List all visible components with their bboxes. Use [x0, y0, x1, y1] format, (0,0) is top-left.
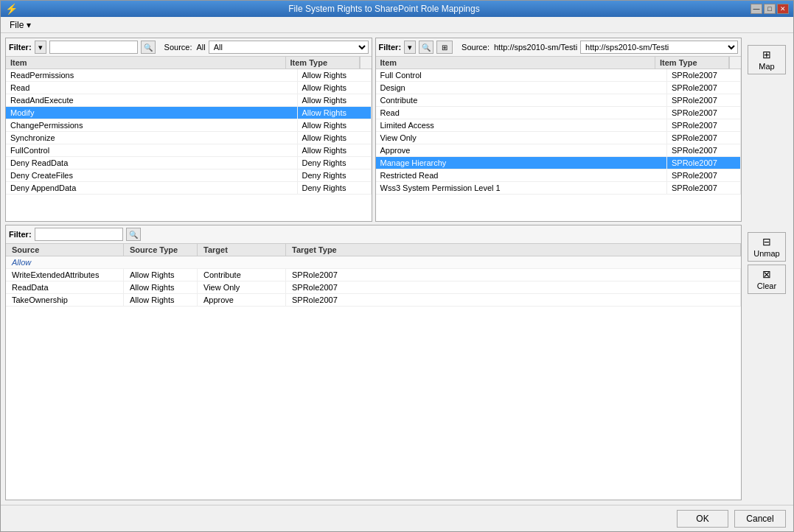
bottom-row-target-type: SPRole2007: [286, 281, 741, 293]
left-source-label: Source:: [164, 43, 192, 52]
bottom-table-header: Source Source Type Target Target Type: [6, 244, 741, 256]
table-row[interactable]: Wss3 System Permission Level 1 SPRole200…: [376, 182, 742, 195]
right-source-label: Source:: [462, 43, 490, 52]
right-row-type: SPRole2007: [667, 119, 741, 131]
map-button[interactable]: ⊞ Map: [748, 45, 786, 74]
left-filter-icon-btn[interactable]: 🔍: [141, 41, 156, 54]
bottom-header-source-type: Source Type: [124, 244, 198, 256]
bottom-header-source: Source: [6, 244, 124, 256]
right-row-item: Contribute: [376, 94, 668, 106]
left-row-item: FullControl: [6, 144, 298, 156]
table-row[interactable]: ChangePermissions Allow Rights: [6, 119, 372, 132]
bottom-table-area: Filter: 🔍 Source Source Type Target Targ…: [5, 225, 742, 500]
left-source-select[interactable]: All: [209, 41, 369, 54]
right-grid-icon-btn[interactable]: ⊞: [436, 41, 453, 54]
table-row[interactable]: Approve SPRole2007: [376, 144, 742, 157]
left-source-value: All: [196, 43, 205, 52]
bottom-row-target: Approve: [198, 294, 286, 306]
right-row-type: SPRole2007: [667, 157, 741, 169]
table-row[interactable]: Full Control SPRole2007: [376, 69, 742, 82]
table-row[interactable]: Read SPRole2007: [376, 107, 742, 119]
bottom-row-source-type: Allow Rights: [124, 269, 198, 281]
bottom-header-target-type: Target Type: [286, 244, 741, 256]
left-filter-label: Filter:: [9, 43, 32, 52]
table-row[interactable]: Limited Access SPRole2007: [376, 119, 742, 132]
table-row[interactable]: Design SPRole2007: [376, 82, 742, 94]
left-row-type: Deny Rights: [298, 157, 372, 169]
table-row[interactable]: Synchronize Allow Rights: [6, 132, 372, 144]
close-button[interactable]: ✕: [777, 4, 789, 14]
right-row-type: SPRole2007: [667, 107, 741, 119]
table-row[interactable]: Deny AppendData Deny Rights: [6, 182, 372, 195]
right-row-item: Limited Access: [376, 119, 668, 131]
right-filter-dropdown[interactable]: ▾: [404, 41, 416, 54]
unmap-button[interactable]: ⊟ Unmap: [748, 232, 786, 262]
right-row-item: Approve: [376, 144, 668, 156]
right-source-select[interactable]: http://sps2010-sm/Testi: [580, 41, 738, 54]
main-window: ⚡ File System Rights to SharePoint Role …: [0, 0, 794, 532]
unmap-icon: ⊟: [762, 236, 771, 248]
left-row-item: Read: [6, 82, 298, 94]
right-header-type: Item Type: [655, 57, 729, 69]
bottom-filter-input[interactable]: [35, 228, 123, 241]
bottom-row-source-type: Allow Rights: [124, 281, 198, 293]
table-row[interactable]: Read Allow Rights: [6, 82, 372, 94]
left-row-item: Synchronize: [6, 132, 298, 144]
bottom-filter-bar: Filter: 🔍: [6, 225, 741, 244]
ok-button[interactable]: OK: [677, 510, 728, 528]
left-filter-dropdown[interactable]: ▾: [35, 41, 46, 54]
left-row-type: Allow Rights: [298, 82, 372, 94]
left-row-item: Deny ReadData: [6, 157, 298, 169]
table-row[interactable]: Modify Allow Rights: [6, 107, 372, 119]
bottom-table-row[interactable]: TakeOwnership Allow Rights Approve SPRol…: [6, 294, 741, 307]
left-row-item: Deny AppendData: [6, 182, 298, 194]
maximize-button[interactable]: □: [764, 4, 776, 14]
left-table-body: ReadPermissions Allow Rights Read Allow …: [6, 69, 372, 221]
table-row[interactable]: ReadAndExecute Allow Rights: [6, 94, 372, 107]
bottom-header-target: Target: [198, 244, 286, 256]
right-row-item: Design: [376, 82, 668, 94]
unmap-label: Unmap: [753, 249, 779, 258]
bottom-filter-label: Filter:: [9, 230, 32, 239]
table-row[interactable]: FullControl Allow Rights: [6, 144, 372, 157]
minimize-button[interactable]: —: [751, 4, 762, 14]
left-filter-input[interactable]: [49, 41, 138, 54]
window-controls: — □ ✕: [751, 4, 789, 14]
left-row-type: Allow Rights: [298, 132, 372, 144]
table-row[interactable]: ReadPermissions Allow Rights: [6, 69, 372, 82]
bottom-table-row[interactable]: WriteExtendedAttributes Allow Rights Con…: [6, 269, 741, 281]
bottom-row-target: View Only: [198, 281, 286, 293]
window-title: File System Rights to SharePoint Role Ma…: [18, 4, 751, 14]
right-row-item: Wss3 System Permission Level 1: [376, 182, 668, 194]
file-menu[interactable]: File ▾: [4, 18, 37, 32]
right-row-item: Restricted Read: [376, 169, 668, 181]
table-row[interactable]: Contribute SPRole2007: [376, 94, 742, 107]
left-row-type: Allow Rights: [298, 94, 372, 106]
bottom-row-source: TakeOwnership: [6, 294, 124, 306]
table-row[interactable]: Manage Hierarchy SPRole2007: [376, 157, 742, 169]
right-filter-icon-btn[interactable]: 🔍: [419, 41, 433, 54]
map-label: Map: [759, 62, 774, 71]
bottom-table-row[interactable]: ReadData Allow Rights View Only SPRole20…: [6, 281, 741, 294]
table-row[interactable]: Deny CreateFiles Deny Rights: [6, 169, 372, 182]
left-row-item: ReadPermissions: [6, 69, 298, 81]
bottom-filter-icon-btn[interactable]: 🔍: [126, 228, 141, 241]
bottom-row-target-type: SPRole2007: [286, 269, 741, 281]
table-row[interactable]: Deny ReadData Deny Rights: [6, 157, 372, 169]
group-header: Allow: [6, 256, 741, 269]
bottom-panel: Filter: 🔍 Source Source Type Target Targ…: [5, 225, 789, 500]
map-icon: ⊞: [762, 49, 771, 60]
top-panels: Filter: ▾ 🔍 Source: All All Item Item Ty…: [5, 38, 789, 222]
clear-button[interactable]: ⊠ Clear: [748, 265, 786, 294]
bottom-right-buttons: ⊟ Unmap ⊠ Clear: [745, 225, 789, 500]
table-row[interactable]: View Only SPRole2007: [376, 132, 742, 144]
right-row-item: View Only: [376, 132, 668, 144]
right-header-item: Item: [376, 57, 656, 69]
right-filter-label: Filter:: [379, 43, 402, 52]
bottom-row-source: ReadData: [6, 281, 124, 293]
clear-icon: ⊠: [762, 268, 771, 280]
cancel-button[interactable]: Cancel: [734, 510, 786, 528]
table-row[interactable]: Restricted Read SPRole2007: [376, 169, 742, 182]
bottom-table-body: Allow WriteExtendedAttributes Allow Righ…: [6, 256, 741, 500]
right-row-item: Full Control: [376, 69, 668, 81]
